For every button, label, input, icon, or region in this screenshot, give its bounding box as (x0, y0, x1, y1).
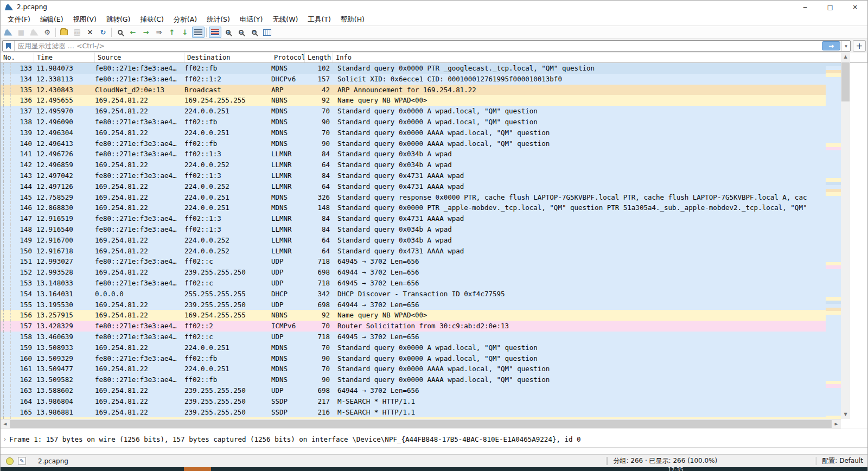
packet-row-150[interactable]: 15012.916718169.254.81.22224.0.0.252LLMN… (1, 246, 826, 257)
packet-row-155[interactable]: 15513.195530169.254.81.22239.255.255.250… (1, 300, 826, 310)
packet-row-156[interactable]: 15613.257915169.254.81.22169.254.255.255… (1, 310, 826, 321)
filter-apply-button[interactable]: → (822, 41, 840, 50)
go-top-icon[interactable]: ↑ (166, 27, 178, 38)
packet-time: 13.509477 (34, 364, 95, 374)
column-header-no[interactable]: No. (1, 53, 34, 62)
vertical-scroll-thumb[interactable] (841, 62, 850, 101)
zoom-out-icon[interactable]: − (235, 27, 247, 38)
display-filter-input[interactable] (15, 42, 822, 50)
packet-row-147[interactable]: 14712.916519fe80::271e:f3e3:ae4…ff02::1:… (1, 213, 826, 224)
go-forward-icon[interactable]: → (140, 27, 152, 38)
packet-row-135[interactable]: 13512.430843CloudNet_d2:0e:13BroadcastAR… (1, 85, 826, 96)
packet-row-157[interactable]: 15713.428329fe80::271e:f3e3:ae4…ff02::2I… (1, 321, 826, 332)
packet-src: fe80::271e:f3e3:ae4… (95, 170, 184, 181)
capture-comment-icon[interactable]: ✎ (18, 457, 26, 465)
find-packet-icon[interactable] (114, 27, 126, 38)
horizontal-scrollbar[interactable]: ◄ ► (1, 419, 841, 429)
packet-len: 92 (305, 310, 333, 321)
packet-row-137[interactable]: 13712.495970169.254.81.22224.0.0.251MDNS… (1, 106, 826, 117)
packet-row-158[interactable]: 15813.460639fe80::271e:f3e3:ae4…ff02::cU… (1, 332, 826, 342)
packet-row-152[interactable]: 15212.993528169.254.81.22239.255.255.250… (1, 267, 826, 278)
packet-row-138[interactable]: 13812.496090fe80::271e:f3e3:ae4…ff02::fb… (1, 117, 826, 128)
packet-row-164[interactable]: 16413.986804169.254.81.22239.255.255.250… (1, 396, 826, 407)
related-packets-gutter (3, 289, 11, 300)
packet-row-149[interactable]: 14912.916700169.254.81.22224.0.0.252LLMN… (1, 235, 826, 246)
related-packets-gutter (3, 342, 11, 353)
menu-item-5[interactable]: 分析(A) (169, 14, 202, 26)
zoom-reset-icon[interactable]: = (248, 27, 260, 38)
menu-item-3[interactable]: 跳转(G) (101, 14, 135, 26)
filter-add-button[interactable]: + (853, 40, 866, 52)
expert-info-icon[interactable] (6, 457, 14, 465)
auto-scroll-icon[interactable] (192, 27, 205, 38)
column-header-info[interactable]: Info (333, 53, 867, 62)
taskbar-app-icon[interactable] (184, 467, 211, 471)
menu-item-1[interactable]: 编辑(E) (35, 14, 68, 26)
packet-row-142[interactable]: 14212.496859169.254.81.22224.0.0.252LLMN… (1, 160, 826, 170)
packet-row-151[interactable]: 15112.993027fe80::271e:f3e3:ae4…ff02::cU… (1, 256, 826, 267)
filter-history-dropdown[interactable]: ▾ (841, 41, 850, 51)
zoom-in-icon[interactable]: + (222, 27, 234, 38)
horizontal-scroll-thumb[interactable] (10, 420, 832, 428)
packet-row-159[interactable]: 15913.508933169.254.81.22224.0.0.251MDNS… (1, 342, 826, 353)
close-button[interactable]: ✕ (843, 1, 867, 14)
packet-proto: DHCP (271, 289, 305, 300)
close-file-icon: ✕ (87, 29, 93, 36)
maximize-button[interactable]: □ (818, 1, 843, 14)
menu-item-0[interactable]: 文件(F) (3, 14, 35, 26)
packet-time: 12.430843 (34, 85, 95, 96)
reload-file-icon[interactable]: ↻ (97, 27, 110, 38)
packet-row-140[interactable]: 14012.496413fe80::271e:f3e3:ae4…ff02::fb… (1, 138, 826, 149)
menu-item-6[interactable]: 统计(S) (202, 14, 235, 26)
column-header-length[interactable]: Length (305, 53, 333, 62)
packet-row-165[interactable]: 16513.986881169.254.81.22239.255.255.250… (1, 407, 826, 418)
resize-columns-icon[interactable] (261, 27, 273, 38)
packet-row-153[interactable]: 15313.148033fe80::271e:f3e3:ae4…ff02::cU… (1, 278, 826, 289)
packet-row-136[interactable]: 13612.495655169.254.81.22169.254.255.255… (1, 95, 826, 106)
packet-row-154[interactable]: 15413.1640310.0.0.0255.255.255.255DHCP34… (1, 289, 826, 300)
close-file-icon[interactable]: ✕ (84, 27, 97, 38)
packet-row-145[interactable]: 14512.758529169.254.81.22224.0.0.251MDNS… (1, 192, 826, 203)
menu-item-4[interactable]: 捕获(C) (135, 14, 168, 26)
status-profile[interactable]: 配置: Default (822, 456, 863, 466)
menu-item-9[interactable]: 工具(T) (303, 14, 335, 26)
scroll-down-icon[interactable]: ▼ (841, 410, 850, 419)
go-bottom-icon[interactable]: ↓ (179, 27, 192, 38)
scroll-up-icon[interactable]: ▲ (841, 53, 850, 61)
column-header-protocol[interactable]: Protocol (271, 53, 305, 62)
packet-row-162[interactable]: 16213.509582fe80::271e:f3e3:ae4…ff02::fb… (1, 374, 826, 385)
packet-row-160[interactable]: 16013.509329fe80::271e:f3e3:ae4…ff02::fb… (1, 353, 826, 364)
scroll-right-icon[interactable]: ► (832, 419, 841, 429)
packet-row-146[interactable]: 14612.868830169.254.81.22224.0.0.251MDNS… (1, 202, 826, 213)
menu-item-8[interactable]: 无线(W) (267, 14, 303, 26)
column-header-time[interactable]: Time (34, 53, 95, 62)
vertical-scrollbar[interactable]: ▲ ▼ (841, 53, 850, 419)
packet-row-139[interactable]: 13912.496304169.254.81.22224.0.0.251MDNS… (1, 128, 826, 138)
filter-bookmark-button[interactable] (3, 41, 15, 51)
packet-row-148[interactable]: 14812.916540fe80::271e:f3e3:ae4…ff02::1:… (1, 224, 826, 235)
packet-row-163[interactable]: 16313.588602169.254.81.22239.255.255.250… (1, 385, 826, 396)
packet-info: 64945 → 3702 Len=656 (333, 332, 826, 342)
column-header-destination[interactable]: Destination (184, 53, 271, 62)
start-capture-icon[interactable] (2, 27, 15, 38)
colorize-icon[interactable] (209, 27, 221, 38)
detail-frame-row[interactable]: › Frame 1: 157 bytes on wire (1256 bits)… (1, 434, 867, 444)
menu-item-7[interactable]: 电话(Y) (235, 14, 267, 26)
column-header-source[interactable]: Source (95, 53, 184, 62)
go-to-packet-icon[interactable]: ⇒ (153, 27, 165, 38)
packet-row-141[interactable]: 14112.496726fe80::271e:f3e3:ae4…ff02::1:… (1, 149, 826, 160)
filter-bar: → ▾ + (1, 39, 867, 53)
packet-row-133[interactable]: 13311.984073fe80::271e:f3e3:ae4…ff02::fb… (1, 63, 826, 74)
minimize-button[interactable]: ─ (793, 1, 818, 14)
menu-item-2[interactable]: 视图(V) (68, 14, 101, 26)
packet-row-161[interactable]: 16113.509477169.254.81.22224.0.0.251MDNS… (1, 364, 826, 374)
open-file-icon[interactable] (58, 27, 71, 38)
packet-row-143[interactable]: 14312.497042fe80::271e:f3e3:ae4…ff02::1:… (1, 170, 826, 181)
scroll-left-icon[interactable]: ◄ (1, 419, 9, 429)
menu-item-10[interactable]: 帮助(H) (336, 14, 369, 26)
capture-options-icon[interactable]: ⚙ (41, 27, 54, 38)
packet-row-144[interactable]: 14412.497126169.254.81.22224.0.0.252LLMN… (1, 181, 826, 192)
packet-row-134[interactable]: 13412.338113fe80::271e:f3e3:ae4…ff02::1:… (1, 74, 826, 85)
go-back-icon[interactable]: ← (127, 27, 139, 38)
expander-icon[interactable]: › (1, 436, 9, 442)
